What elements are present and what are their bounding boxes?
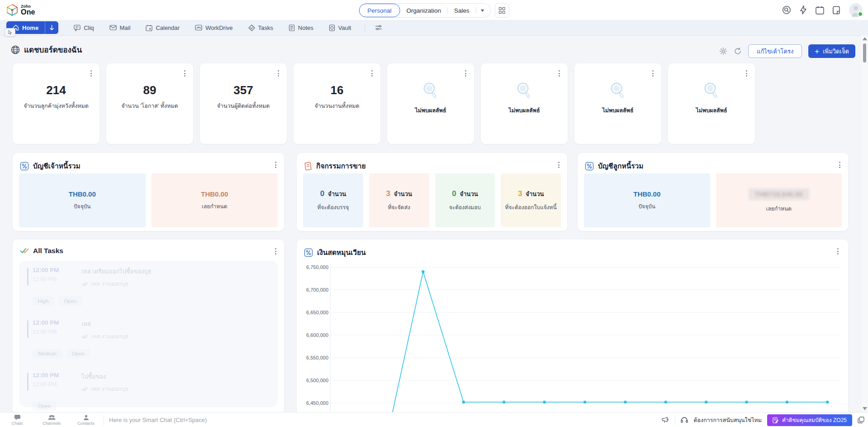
stat-card-leads[interactable]: 214 จำนวนลูกค้ามุ่งหวังทั้งหมด <box>13 63 100 144</box>
smart-chat-input[interactable] <box>108 416 399 424</box>
task-title: เทส เตรียมออกไปซื้อของบุธ <box>81 267 270 276</box>
divider <box>476 7 476 14</box>
magnifier-illustration-icon <box>574 82 661 101</box>
nav-cliq[interactable]: Cliq <box>74 24 94 31</box>
feedback-button[interactable]: คำติชมคุณสมบัติของ ZO25 <box>767 414 852 426</box>
empty-widget-card[interactable]: ไม่พบผลลัพธ์ <box>668 63 755 144</box>
receivables-card[interactable]: บัญชีลูกหนี้รวม THB0.00 ปัจจุบัน THB710,… <box>578 153 848 231</box>
nav-tasks[interactable]: Tasks <box>248 24 273 31</box>
card-menu-button[interactable] <box>555 69 563 78</box>
y-axis-tick-label: 6,650,000 <box>299 310 328 315</box>
panel-label: ที่จะจัดส่ง <box>388 203 410 211</box>
empty-widget-card[interactable]: ไม่พบผลลัพธ์ <box>387 63 474 144</box>
scroll-down-arrow[interactable] <box>863 407 867 410</box>
nav-mail[interactable]: Mail <box>109 24 131 31</box>
panel-unit: จำนวน <box>328 189 346 199</box>
support-button[interactable] <box>681 417 688 423</box>
sales-panel-to-ship: 3 จำนวน ที่จะจัดส่ง <box>369 173 429 227</box>
priority-badge: High <box>33 297 54 306</box>
payables-overdue-label: เลยกำหนด <box>202 202 227 211</box>
scroll-up-arrow[interactable] <box>863 37 867 40</box>
grid-icon <box>499 7 505 14</box>
nav-calendar-label: Calendar <box>156 24 180 31</box>
payables-current-label: ปัจจุบัน <box>74 202 91 211</box>
sales-panel-to-pack: 0 จำนวน ที่จะต้องบรรจุ <box>303 173 363 227</box>
zoho-one-logo[interactable]: Zoho One <box>6 4 35 16</box>
user-avatar[interactable] <box>849 3 863 17</box>
task-row[interactable]: 12:00 PM 12:00 PM เทส เทส งานออกบุธ <box>27 319 270 341</box>
tabs-dropdown-caret-icon[interactable] <box>481 10 484 12</box>
tab-sales[interactable]: Sales <box>448 7 476 14</box>
channels-button[interactable]: Channels <box>34 415 69 426</box>
task-row[interactable]: 12:00 PM 12:00 PM เทส เตรียมออกไปซื้อของ… <box>27 267 270 288</box>
quick-actions-button[interactable] <box>799 5 807 14</box>
card-menu-button[interactable] <box>271 160 280 169</box>
edit-layout-button[interactable]: แก้ไขเค้าโครง <box>748 44 802 58</box>
stat-value: 214 <box>13 83 100 97</box>
card-menu-button[interactable] <box>180 69 189 78</box>
task-title: เทส <box>81 319 270 329</box>
nav-workdrive[interactable]: WorkDrive <box>195 24 232 31</box>
nav-notes[interactable]: Notes <box>289 24 313 31</box>
stat-card-tasks[interactable]: 16 จำนวนงานทั้งหมด <box>294 63 380 144</box>
payables-card[interactable]: บัญชีเจ้าหนี้รวม THB0.00 ปัจจุบัน THB0.0… <box>13 153 284 231</box>
calendar-button[interactable] <box>816 6 824 14</box>
card-menu-button[interactable] <box>835 160 844 169</box>
announcements-button[interactable] <box>662 417 669 423</box>
notebook-icon <box>832 6 841 14</box>
check-icon <box>81 334 88 339</box>
stat-value: 357 <box>200 83 287 97</box>
ledger-icon <box>20 162 29 171</box>
tab-personal[interactable]: Personal <box>359 4 400 17</box>
nav-vault[interactable]: Vault <box>329 24 351 31</box>
card-menu-button[interactable] <box>649 69 657 78</box>
add-widget-button[interactable]: + เพิ่มวิดเจ็ต <box>808 44 855 58</box>
check-icon <box>81 282 88 287</box>
card-menu-button[interactable] <box>461 69 470 78</box>
card-menu-button[interactable] <box>271 247 280 256</box>
search-icon <box>782 5 791 14</box>
notebook-button[interactable] <box>832 6 841 14</box>
payables-overdue-panel: THB0.00 เลยกำหนด <box>152 173 278 227</box>
ledger-icon <box>585 162 594 171</box>
nav-calendar[interactable]: Calendar <box>146 24 180 31</box>
y-axis-tick-label: 6,750,000 <box>299 264 328 270</box>
panel-number: 3 <box>386 189 390 198</box>
calendar-small-icon <box>146 24 152 31</box>
dashboard-header: แดชบอร์ดของฉัน <box>11 43 82 56</box>
settings-button[interactable] <box>719 47 727 55</box>
contacts-button[interactable]: Contacts <box>69 415 103 426</box>
top-bar: Zoho One Personal Organization Sales <box>0 0 868 20</box>
y-axis-tick-label: 6,550,000 <box>299 355 328 360</box>
empty-widget-card[interactable]: ไม่พบผลลัพธ์ <box>481 63 568 144</box>
stat-card-contacts[interactable]: 357 จำนวนผู้ติดต่อทั้งหมด <box>200 63 287 144</box>
status-badge: Open <box>59 297 82 306</box>
card-menu-button[interactable] <box>555 160 563 169</box>
scrollbar-thumb[interactable] <box>863 43 866 62</box>
stat-label: จำนวนผู้ติดต่อทั้งหมด <box>200 101 287 110</box>
home-dropdown-button[interactable] <box>45 21 58 34</box>
windows-button[interactable] <box>858 417 864 423</box>
task-start-time: 12:00 PM <box>33 372 81 379</box>
dashboard-controls: แก้ไขเค้าโครง + เพิ่มวิดเจ็ต <box>719 44 855 58</box>
card-menu-button[interactable] <box>834 247 842 256</box>
nav-customize-button[interactable] <box>375 24 382 31</box>
task-row[interactable]: 12:00 PM 12:00 PM ไปซื้อของ เทส งานออกบุ… <box>27 372 270 393</box>
sales-activity-card[interactable]: กิจกรรมการขาย 0 จำนวน ที่จะต้องบรรจุ 3 จ… <box>297 153 567 231</box>
stat-card-deals[interactable]: 89 จำนวน 'โอกาส' ทั้งหมด <box>106 63 193 144</box>
card-menu-button[interactable] <box>87 69 95 78</box>
card-menu-button[interactable] <box>274 69 282 78</box>
cashflow-chart-card[interactable]: เงินสดหมุนเวียน 6,750,0006,700,0006,650,… <box>297 240 848 427</box>
support-label[interactable]: ต้องการการสนับสนุนใช่ไหม <box>693 416 762 425</box>
all-tasks-card[interactable]: All Tasks 12:00 PM 12:00 PM เทส เตรียมออ… <box>13 240 284 413</box>
card-menu-button[interactable] <box>368 69 376 78</box>
card-menu-button[interactable] <box>742 69 750 78</box>
empty-widget-card[interactable]: ไม่พบผลลัพธ์ <box>574 63 661 144</box>
cliq-icon <box>74 24 81 31</box>
apps-grid-button[interactable] <box>495 3 509 18</box>
chats-button[interactable]: Chats <box>0 414 34 426</box>
tab-organization[interactable]: Organization <box>400 7 447 14</box>
refresh-button[interactable] <box>734 47 742 55</box>
search-button[interactable] <box>782 5 791 14</box>
vertical-scrollbar[interactable] <box>861 35 868 412</box>
